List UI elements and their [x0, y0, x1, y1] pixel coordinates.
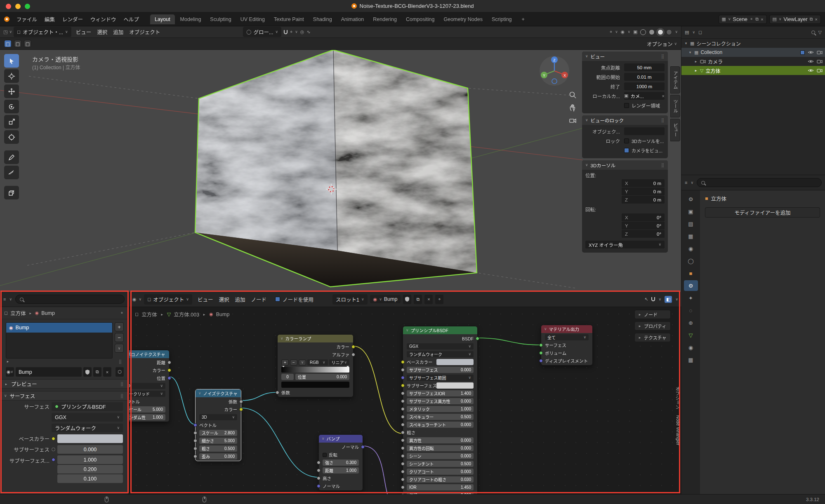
target-dropdown[interactable]: 全て∨	[541, 334, 592, 341]
tab-material[interactable]: ◉	[684, 342, 698, 353]
zoom-icon[interactable]	[569, 91, 577, 99]
input-subsurface-radius[interactable]: サブサーフェス範囲∨	[403, 374, 477, 381]
view-panel-header[interactable]: ∨ビュー⣿	[582, 52, 668, 61]
hide-eye-icon[interactable]	[808, 59, 814, 63]
bsdf-param-field[interactable]: 異方性の回転0.000	[403, 445, 477, 452]
transform-tool[interactable]	[4, 130, 19, 144]
noise-param-field[interactable]: 細かさ5.000	[196, 437, 241, 444]
input-displacement[interactable]: ディスプレイスメント	[541, 357, 592, 364]
tab-object-data[interactable]: ▽	[684, 330, 698, 340]
node-header[interactable]: ∨バンプ	[319, 435, 363, 443]
move-tool[interactable]	[4, 84, 19, 98]
node-header[interactable]: ∨マテリアル出力	[541, 325, 592, 333]
browse-material-icon[interactable]: ◉∨	[6, 367, 14, 377]
add-slot-button[interactable]: +	[115, 322, 124, 331]
editor-type-icon[interactable]: ≡	[3, 297, 6, 302]
workspace-tab[interactable]: Animation	[337, 14, 369, 24]
noise-param-field[interactable]: 粗さ0.500	[196, 445, 241, 452]
parent-node-tree-icon[interactable]: ↖	[644, 297, 648, 302]
bsdf-param-field[interactable]: メタリック1.000	[403, 406, 477, 413]
bsdf-param-field[interactable]: シーン0.000	[403, 452, 477, 459]
cursor-location-field[interactable]: Z0 m	[622, 196, 665, 204]
sidebar-tab[interactable]: アイテム	[670, 66, 680, 94]
snap-target-icon[interactable]: ⌖	[290, 29, 292, 35]
invert-checkbox[interactable]	[323, 453, 327, 457]
bsdf-param-field[interactable]: スペキュラー0.500	[403, 413, 477, 420]
output-alpha[interactable]: アルファ	[278, 351, 353, 358]
cursor-location-field[interactable]: Y0 m	[622, 188, 665, 195]
node-noise-texture[interactable]: ∨ノイズテクスチャ 係数 カラー 3D∨ ベクトル スケール2.800 細かさ5…	[195, 389, 241, 461]
properties-search-input[interactable]	[697, 178, 822, 187]
transform-orientation-dropdown[interactable]: ◯ グロー...∨	[243, 27, 281, 37]
ramp-stop-handle[interactable]	[282, 366, 285, 373]
base-color-swatch[interactable]	[57, 434, 123, 443]
output-distance[interactable]: 距離	[129, 359, 169, 366]
remove-stop-button[interactable]: −	[290, 359, 297, 366]
snap-magnet-icon[interactable]	[284, 30, 288, 34]
shader-node-editor[interactable]: ◉∨ ◻ オブジェクト∨ ビュー選択追加ノード ノードを使用 スロット1∨ ◉∨…	[129, 292, 681, 494]
add-stop-button[interactable]: +	[281, 359, 289, 366]
local-camera-field[interactable]: ▣ カメ... ×	[624, 92, 665, 100]
editor-type-icon[interactable]: ◉	[132, 297, 137, 302]
node-menu-item[interactable]: ビュー	[195, 294, 216, 305]
output-bsdf[interactable]: BSDF	[403, 335, 477, 342]
workspace-tab[interactable]: Scripting	[487, 14, 516, 24]
dimensions-dropdown[interactable]: 3D∨	[196, 414, 241, 421]
annotate-tool[interactable]	[4, 150, 19, 164]
input-subsurface-color[interactable]: サブサーフェスカ	[403, 382, 477, 389]
show-gizmo-icon[interactable]: ⌖	[610, 29, 612, 35]
subsurface-value-field[interactable]: 0.000	[57, 445, 123, 454]
stop-color-swatch[interactable]	[281, 382, 349, 388]
copy-icon[interactable]: ⧉	[414, 295, 422, 304]
stop-index-field[interactable]: 0	[281, 374, 294, 380]
navigation-gizmo[interactable]: Z X Y	[539, 56, 570, 86]
color-ramp-gradient[interactable]	[281, 367, 349, 373]
workspace-tab[interactable]: Geometry Nodes	[439, 14, 487, 24]
output-fac[interactable]: 係数	[196, 398, 241, 405]
menu-item[interactable]: レンダー	[59, 14, 87, 25]
workspace-tab[interactable]: Modeling	[176, 14, 206, 24]
expand-icon[interactable]: ▸	[6, 359, 10, 364]
output-color[interactable]: カラー	[196, 406, 241, 413]
subsurface-color-swatch[interactable]	[436, 382, 474, 389]
ramp-stop-handle[interactable]	[346, 366, 349, 373]
copy-icon[interactable]: ⧉	[755, 16, 759, 22]
select-mode-new-icon[interactable]: ◻	[4, 40, 12, 47]
value-field[interactable]: 1000 m	[624, 82, 665, 90]
voronoi-dropdown[interactable]: ユークリッド∨	[129, 390, 169, 397]
blender-logo-icon[interactable]	[4, 16, 9, 22]
outliner-row-camera[interactable]: ▸ カメラ	[681, 57, 825, 66]
scale-tool[interactable]	[4, 115, 19, 129]
node-voronoi-texture[interactable]: ∨ボロノイテクスチャ 距離 カラー 位置 3D∨ユークリッド∨ ベクトル スケー…	[129, 350, 170, 422]
search-icon[interactable]	[811, 30, 815, 34]
overlays-icon[interactable]: ◉	[621, 29, 625, 35]
material-selector[interactable]: ◉∨ Bump	[370, 295, 401, 303]
cursor-tool[interactable]	[4, 69, 19, 83]
input-fac[interactable]: 係数	[278, 389, 353, 396]
add-workspace-button[interactable]: +	[517, 14, 529, 24]
add-cube-tool[interactable]	[4, 186, 19, 199]
subsurface-method-dropdown[interactable]: ランダムウォーク∨	[52, 424, 123, 432]
subsurface-method-dropdown[interactable]: ランダムウォーク∨	[403, 351, 477, 358]
surface-section-header[interactable]: ∨サーフェス⣿	[0, 391, 128, 401]
close-icon[interactable]: ×	[761, 17, 763, 22]
lock-object-field[interactable]	[624, 127, 665, 135]
input-subsurface[interactable]: サブサーフェス0.000	[403, 366, 477, 373]
value-field[interactable]: 50 mm	[624, 63, 665, 71]
traffic-lights[interactable]	[6, 4, 30, 9]
workspace-tab[interactable]: Sculpting	[205, 14, 236, 24]
output-position[interactable]: 位置	[129, 375, 169, 382]
menu-item[interactable]: ファイル	[13, 14, 41, 25]
filter-icon[interactable]: ▽	[818, 30, 822, 35]
input-vector[interactable]: ベクトル	[129, 398, 169, 405]
output-normal[interactable]: ノーマル	[319, 443, 363, 450]
proportional-edit-icon[interactable]: ◎	[300, 29, 304, 35]
camera-view-icon[interactable]	[569, 117, 577, 125]
ramp-specials-button[interactable]: ∨	[299, 359, 306, 366]
node-bump[interactable]: ∨バンプ ノーマル 反転 強さ0.300 距離1.000 高さ ノーマル	[318, 434, 363, 491]
vertical-tab-label[interactable]: Node Wrangler	[674, 415, 681, 445]
invert-checkbox-row[interactable]: 反転	[319, 451, 363, 458]
menu-item[interactable]: 編集	[41, 14, 59, 25]
viewport-3d[interactable]: ◳∨ ◻ オブジェクト・...∨ ビュー選択追加オブジェクト ◯ グロー...∨…	[0, 26, 681, 292]
workspace-tab[interactable]: UV Editing	[236, 14, 269, 24]
